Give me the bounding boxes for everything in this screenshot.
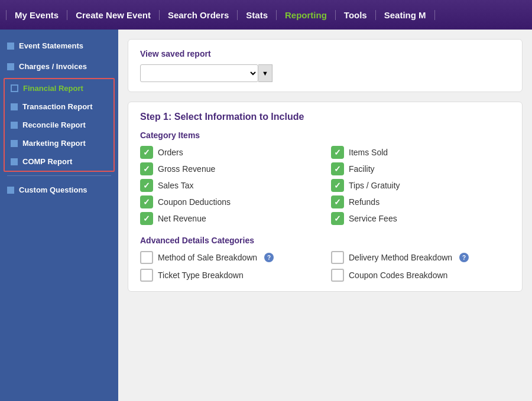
sidebar-item-financial-report[interactable]: Financial Report — [5, 79, 113, 97]
check-item-net-revenue: Net Revenue — [140, 212, 319, 225]
checkbox-sales-tax[interactable] — [140, 179, 153, 192]
checkbox-net-revenue[interactable] — [140, 212, 153, 225]
main-content: View saved report ▼ Step 1: Select Infor… — [118, 30, 532, 401]
adv-item-coupon-codes: Coupon Codes Breakdown — [331, 269, 510, 282]
sidebar-item-event-statements[interactable]: Event Statements — [0, 35, 118, 56]
advanced-details-title: Advanced Details Categories — [140, 236, 510, 245]
check-item-gross-revenue: Gross Revenue — [140, 162, 319, 175]
check-item-tips-gratuity: Tips / Gratuity — [331, 179, 510, 192]
help-icon-delivery-method[interactable]: ? — [459, 253, 469, 262]
nav-tools[interactable]: Tools — [336, 10, 376, 20]
step1-label: Step 1: Select Information to Include — [140, 112, 510, 122]
check-item-sales-tax: Sales Tax — [140, 179, 319, 192]
checkbox-gross-revenue[interactable] — [140, 162, 153, 175]
top-navigation: My Events Create New Event Search Orders… — [0, 0, 532, 30]
sidebar-item-charges-invoices[interactable]: Charges / Invoices — [0, 56, 118, 77]
check-item-service-fees: Service Fees — [331, 212, 510, 225]
help-icon-method-of-sale[interactable]: ? — [264, 253, 274, 262]
square-icon — [11, 122, 18, 129]
square-icon — [7, 63, 14, 70]
checkbox-service-fees[interactable] — [331, 212, 344, 225]
square-icon — [11, 103, 18, 110]
adv-item-method-of-sale: Method of Sale Breakdown ? — [140, 251, 319, 264]
checkbox-coupon-codes[interactable] — [331, 269, 344, 282]
adv-item-ticket-type: Ticket Type Breakdown — [140, 269, 319, 282]
saved-report-select-wrapper: ▼ — [140, 64, 510, 82]
check-item-orders: Orders — [140, 146, 319, 159]
check-item-items-sold: Items Sold — [331, 146, 510, 159]
nav-search-orders[interactable]: Search Orders — [160, 10, 238, 20]
square-icon — [7, 43, 14, 50]
square-icon — [7, 187, 14, 194]
sidebar-group-reports: Financial Report Transaction Report Reco… — [4, 78, 115, 172]
sidebar-item-comp-report[interactable]: COMP Report — [5, 152, 113, 171]
checkbox-orders[interactable] — [140, 146, 153, 159]
nav-reporting[interactable]: Reporting — [277, 10, 336, 20]
view-saved-report-card: View saved report ▼ — [128, 39, 523, 92]
checkbox-items-sold[interactable] — [331, 146, 344, 159]
saved-report-select[interactable] — [140, 64, 258, 82]
select-dropdown-arrow[interactable]: ▼ — [258, 64, 273, 82]
checkbox-icon — [11, 84, 18, 92]
sidebar-divider — [7, 175, 111, 176]
view-saved-label: View saved report — [140, 49, 510, 58]
checkbox-delivery-method[interactable] — [331, 251, 344, 264]
square-icon — [11, 158, 18, 165]
checkbox-ticket-type[interactable] — [140, 269, 153, 282]
checkbox-facility[interactable] — [331, 162, 344, 175]
checkbox-method-of-sale[interactable] — [140, 251, 153, 264]
nav-create-new-event[interactable]: Create New Event — [67, 10, 160, 20]
sidebar-item-reconcile-report[interactable]: Reconcile Report — [5, 116, 113, 134]
check-item-coupon-deductions: Coupon Deductions — [140, 195, 319, 208]
advanced-items-grid: Method of Sale Breakdown ? Delivery Meth… — [140, 251, 510, 282]
nav-my-events[interactable]: My Events — [6, 10, 67, 20]
adv-item-delivery-method: Delivery Method Breakdown ? — [331, 251, 510, 264]
checkbox-coupon-deductions[interactable] — [140, 195, 153, 208]
sidebar: Event Statements Charges / Invoices Fina… — [0, 30, 118, 401]
check-item-facility: Facility — [331, 162, 510, 175]
check-item-refunds: Refunds — [331, 195, 510, 208]
checkbox-tips-gratuity[interactable] — [331, 179, 344, 192]
nav-seating[interactable]: Seating M — [376, 10, 435, 20]
step1-card: Step 1: Select Information to Include Ca… — [128, 102, 523, 292]
category-items-title: Category Items — [140, 131, 510, 140]
sidebar-item-marketing-report[interactable]: Marketing Report — [5, 134, 113, 152]
checkbox-refunds[interactable] — [331, 195, 344, 208]
nav-stats[interactable]: Stats — [238, 10, 277, 20]
square-icon — [11, 140, 18, 147]
sidebar-item-custom-questions[interactable]: Custom Questions — [0, 180, 118, 200]
category-items-grid: Orders Items Sold Gross Revenue Facility — [140, 146, 510, 225]
sidebar-item-transaction-report[interactable]: Transaction Report — [5, 97, 113, 116]
